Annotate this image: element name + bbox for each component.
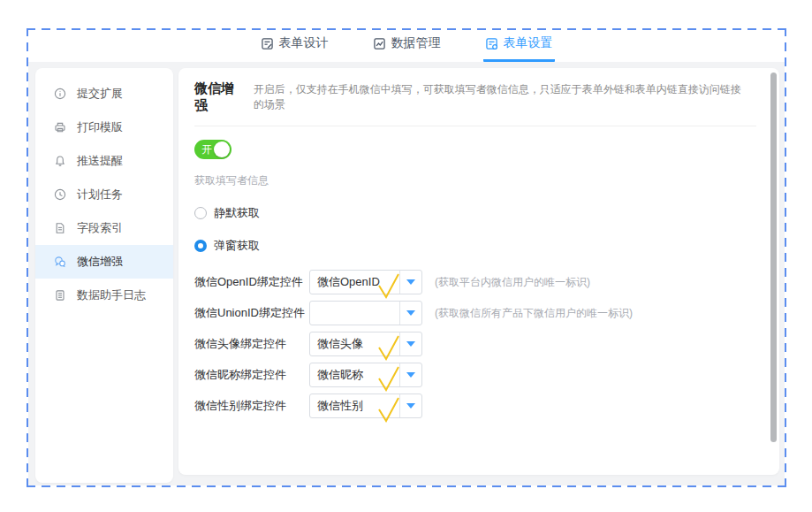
sidebar-item-label: 数据助手日志	[77, 287, 146, 303]
chevron-down-icon[interactable]	[399, 363, 421, 386]
toggle-knob	[214, 141, 230, 157]
sidebar-item-submit-extension[interactable]: 提交扩展	[35, 77, 173, 111]
row-label: 微信性别绑定控件	[194, 398, 309, 414]
sidebar-item-print-template[interactable]: 打印模版	[35, 111, 173, 144]
sidebar-item-label: 微信增强	[77, 254, 123, 270]
dashed-frame: 表单设计 数据管理	[27, 28, 786, 487]
tab-form-design[interactable]: 表单设计	[259, 35, 330, 62]
clock-icon	[54, 188, 66, 201]
row-label: 微信OpenID绑定控件	[194, 274, 309, 290]
row-hint: (获取平台内微信用户的唯一标识)	[435, 275, 590, 290]
chevron-down-icon[interactable]	[399, 271, 421, 294]
bell-icon	[54, 155, 66, 167]
wechat-enhance-panel: 微信增强 开启后，仅支持在手机微信中填写，可获取填写者微信信息，只适应于表单外链…	[178, 68, 779, 475]
radio-popup-acquire[interactable]: 弹窗获取	[194, 238, 779, 254]
sidebar-item-label: 推送提醒	[77, 153, 123, 169]
sidebar-item-push-reminder[interactable]: 推送提醒	[35, 144, 173, 178]
info-icon	[54, 88, 66, 100]
sidebar-item-label: 字段索引	[77, 220, 123, 236]
radio-label: 静默获取	[214, 205, 260, 221]
radio-silent-acquire[interactable]: 静默获取	[194, 205, 779, 221]
printer-icon	[54, 121, 66, 134]
chevron-down-icon[interactable]	[399, 332, 421, 355]
filler-info-section-label: 获取填写者信息	[194, 173, 779, 188]
unionid-select[interactable]	[309, 301, 422, 325]
panel-header: 微信增强 开启后，仅支持在手机微信中填写，可获取填写者微信信息，只适应于表单外链…	[194, 80, 779, 114]
form-design-icon	[261, 37, 274, 50]
tab-label: 表单设计	[279, 35, 329, 51]
radio-button-checked[interactable]	[194, 240, 207, 252]
header-divider	[194, 126, 756, 126]
check-icon	[375, 395, 401, 432]
row-label: 微信昵称绑定控件	[194, 367, 309, 383]
row-hint: (获取微信所有产品下微信用户的唯一标识)	[435, 306, 633, 321]
select-value: 微信头像	[317, 337, 363, 350]
sidebar-item-label: 打印模版	[77, 119, 123, 135]
sidebar-item-field-index[interactable]: 字段索引	[35, 211, 173, 245]
scrollbar-thumb[interactable]	[770, 73, 777, 442]
radio-button-unchecked[interactable]	[194, 207, 207, 219]
tab-label: 数据管理	[391, 35, 441, 51]
page-description: 开启后，仅支持在手机微信中填写，可获取填写者微信信息，只适应于表单外链和表单内链…	[254, 82, 744, 112]
sidebar-item-label: 提交扩展	[77, 86, 123, 102]
select-value: 微信昵称	[317, 368, 363, 381]
gender-select[interactable]: 微信性别	[309, 394, 422, 418]
wechat-enhance-toggle[interactable]: 开	[194, 140, 231, 159]
settings-sidebar: 提交扩展 打印模版	[35, 68, 173, 483]
toggle-on-label: 开	[201, 140, 212, 159]
nickname-select[interactable]: 微信昵称	[309, 363, 422, 387]
tab-label: 表单设置	[504, 35, 553, 51]
avatar-select[interactable]: 微信头像	[309, 332, 422, 356]
data-management-icon	[373, 37, 386, 50]
row-gender-binding: 微信性别绑定控件 微信性别	[194, 394, 779, 418]
sidebar-item-label: 计划任务	[77, 187, 123, 203]
chevron-down-icon[interactable]	[399, 302, 421, 325]
row-label: 微信UnionID绑定控件	[194, 305, 309, 321]
select-value: 微信性别	[317, 399, 363, 412]
row-unionid-binding: 微信UnionID绑定控件 (获取微信所有产品下微信用户的唯一标识)	[194, 301, 779, 325]
workspace: 提交扩展 打印模版	[28, 62, 785, 485]
openid-select[interactable]: 微信OpenID	[309, 270, 422, 294]
row-label: 微信头像绑定控件	[194, 336, 309, 352]
chevron-down-icon[interactable]	[399, 394, 421, 417]
top-tab-bar: 表单设计 数据管理	[28, 30, 785, 62]
binding-rows: 微信OpenID绑定控件 微信OpenID	[194, 270, 779, 418]
row-nickname-binding: 微信昵称绑定控件 微信昵称	[194, 363, 779, 387]
tab-form-settings[interactable]: 表单设置	[483, 35, 555, 62]
log-icon	[54, 289, 66, 302]
document-icon	[54, 222, 66, 234]
row-openid-binding: 微信OpenID绑定控件 微信OpenID	[194, 270, 779, 294]
sidebar-item-scheduled-tasks[interactable]: 计划任务	[35, 178, 173, 211]
page-title: 微信增强	[194, 80, 245, 114]
row-avatar-binding: 微信头像绑定控件 微信头像	[194, 332, 779, 356]
tab-data-management[interactable]: 数据管理	[371, 35, 443, 62]
select-value: 微信OpenID	[317, 275, 380, 288]
sidebar-item-data-assistant-log[interactable]: 数据助手日志	[35, 279, 173, 312]
page: 表单设计 数据管理	[0, 0, 812, 512]
wechat-icon	[54, 256, 66, 268]
radio-label: 弹窗获取	[214, 238, 260, 254]
form-settings-icon	[485, 37, 498, 50]
sidebar-item-wechat-enhance[interactable]: 微信增强	[35, 245, 173, 279]
